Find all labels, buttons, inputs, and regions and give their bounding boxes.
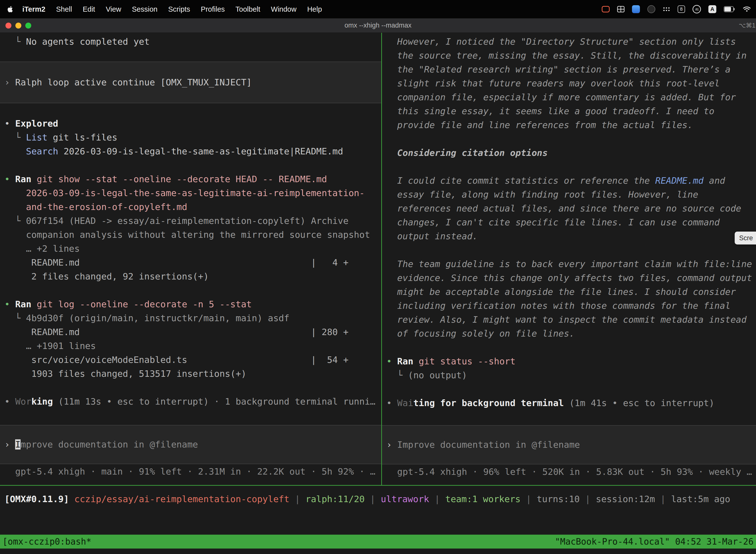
menu-item-help[interactable]: Help <box>307 5 322 13</box>
left-status-line: gpt-5.4 xhigh · main · 91% left · 2.31M … <box>0 465 381 479</box>
terminal-line: companion file, especially if more comme… <box>382 90 756 104</box>
blue-app-icon[interactable] <box>632 5 640 13</box>
keypad-8-icon[interactable]: 8 <box>678 5 685 13</box>
omx-status-line: [OMX#0.11.9] cczip/essay/ai-reimplementa… <box>0 492 756 506</box>
terminal-line <box>382 340 756 354</box>
menu-item-toolbelt[interactable]: Toolbelt <box>235 5 260 13</box>
right-prompt-input[interactable]: › Improve documentation in @filename <box>382 425 756 464</box>
window-shortcut-hint: ⌥⌘1 <box>739 22 756 29</box>
left-pane[interactable]: └ No agents completed yet › Ralph loop a… <box>0 33 381 485</box>
terminal-line: the source tree, missing the essay. Stil… <box>382 49 756 63</box>
zoom-button[interactable] <box>25 22 31 29</box>
inject-message-text: › Ralph loop active continue [OMX_TMUX_I… <box>0 75 252 89</box>
terminal-line: └ List git ls-files <box>0 130 381 145</box>
terminal-line: └ No agents completed yet <box>0 35 381 49</box>
omx-status-pane: [OMX#0.11.9] cczip/essay/ai-reimplementa… <box>0 486 756 535</box>
terminal-line: • Working (11m 13s • esc to interrupt) ·… <box>0 395 381 408</box>
terminal-line: └ 067f154 (HEAD -> essay/ai-reimplementa… <box>0 214 381 228</box>
terminal-line: Search 2026-03-09-is-legal-the-same-as-l… <box>0 145 381 158</box>
terminal-line: • Explored <box>0 117 381 130</box>
menu-item-shell[interactable]: Shell <box>56 5 72 13</box>
terminal-line: including verification notes with those … <box>382 299 756 313</box>
terminal-line: … +2 lines <box>0 242 381 256</box>
terminal-line: essay file, along with finding root file… <box>382 188 756 202</box>
right-terminal-output: However, I noticed the "Directory Struct… <box>382 35 756 410</box>
terminal-line: README.md | 4 + <box>0 256 381 270</box>
input-source-icon[interactable]: A <box>708 5 716 13</box>
grid-icon[interactable] <box>617 6 625 12</box>
terminal-line: I could cite commit statistics or refere… <box>382 174 756 188</box>
terminal-line: this single essay, it seems like a good … <box>382 104 756 118</box>
terminal-line: 1903 files changed, 513517 insertions(+) <box>0 367 381 381</box>
terminal-line: The team guideline is to back every impo… <box>382 257 756 271</box>
menu-item-edit[interactable]: Edit <box>82 5 95 13</box>
left-pane-scrollback: └ No agents completed yet <box>0 35 381 49</box>
window-title-bar: omx --xhigh --madmax ⌥⌘1 <box>0 18 756 33</box>
terminal-line: › Ralph loop active continue [OMX_TMUX_I… <box>0 75 252 89</box>
tmux-session-window[interactable]: [omx-cczip0:bash* <box>2 537 91 547</box>
menu-item-profiles[interactable]: Profiles <box>201 5 225 13</box>
wifi-icon[interactable] <box>743 6 751 12</box>
terminal-line <box>382 132 756 146</box>
terminal-line <box>0 381 381 395</box>
terminal-line: … +1901 lines <box>0 339 381 353</box>
menu-status-icons: 8 .61 A <box>602 5 751 13</box>
terminal-line: slight risk that future readers may over… <box>382 76 756 90</box>
terminal-line: of focusing solely on file lines. <box>382 327 756 340</box>
terminal-line: the "Related research writing" section i… <box>382 63 756 76</box>
traffic-lights <box>0 22 31 29</box>
terminal-line <box>382 382 756 396</box>
inject-message-box[interactable]: › Ralph loop active continue [OMX_TMUX_I… <box>0 62 381 103</box>
terminal-line <box>382 243 756 257</box>
right-status-line: gpt-5.4 xhigh · 96% left · 520K in · 5.8… <box>382 465 756 479</box>
screen-share-button[interactable]: Scre <box>735 232 756 244</box>
apple-logo-icon[interactable] <box>6 5 14 14</box>
terminal-line: [OMX#0.11.9] cczip/essay/ai-reimplementa… <box>0 492 756 506</box>
terminal-line: README.md | 280 + <box>0 325 381 339</box>
terminal-line: might be acceptable alongside the file l… <box>382 285 756 299</box>
terminal-line: • Ran git status --short <box>382 354 756 368</box>
terminal: └ No agents completed yet › Ralph loop a… <box>0 33 756 554</box>
minimize-button[interactable] <box>15 22 21 29</box>
terminal-line: 2026-03-09-is-legal-the-same-as-legitima… <box>0 186 381 200</box>
close-button[interactable] <box>5 22 11 29</box>
battery-nub <box>734 8 735 10</box>
battery-icon[interactable] <box>724 6 735 12</box>
terminal-line: provide file and line references from th… <box>382 118 756 132</box>
menu-item-window[interactable]: Window <box>271 5 296 13</box>
terminal-line: • Ran git log --oneline --decorate -n 5 … <box>0 297 381 311</box>
tmux-status-bar: [omx-cczip0:bash* "MacBook-Pro-44.local"… <box>0 535 756 549</box>
menu-item-scripts[interactable]: Scripts <box>168 5 190 13</box>
terminal-line: › Improve documentation in @filename <box>382 438 580 452</box>
terminal-line: └ 4b9d30f (origin/main, instructkr/main,… <box>0 311 381 325</box>
terminal-line <box>0 283 381 297</box>
terminal-line: › Improve documentation in @filename <box>0 438 198 451</box>
battery-fill <box>724 7 731 11</box>
terminal-line: output instead. <box>382 229 756 243</box>
terminal-line: changes, I can't cite specific file line… <box>382 215 756 229</box>
menu-item-view[interactable]: View <box>106 5 121 13</box>
terminal-line: review. Also, I might want to inspect th… <box>382 313 756 327</box>
terminal-line: and-the-erosion-of-copyleft.md <box>0 200 381 214</box>
terminal-line: • Ran git show --stat --oneline --decora… <box>0 172 381 186</box>
left-prompt-input[interactable]: › Improve documentation in @filename <box>0 425 381 464</box>
terminal-line: • Waiting for background terminal (1m 41… <box>382 396 756 410</box>
terminal-line: references need actual files, and since … <box>382 202 756 215</box>
right-prompt-text: › Improve documentation in @filename <box>382 438 580 452</box>
terminal-line: src/voice/voiceModeEnabled.ts | 54 + <box>0 353 381 367</box>
tmux-host-clock: "MacBook-Pro-44.local" 04:52 31-Mar-26 <box>555 537 754 547</box>
dots-grid-icon[interactable] <box>663 6 670 12</box>
screen-recording-indicator-icon[interactable] <box>602 6 610 12</box>
menu-item-session[interactable]: Session <box>132 5 158 13</box>
gauge-icon[interactable]: .61 <box>693 5 701 13</box>
screen: iTerm2ShellEditViewSessionScriptsProfile… <box>0 0 756 554</box>
right-pane[interactable]: However, I noticed the "Directory Struct… <box>382 33 756 485</box>
terminal-line <box>382 160 756 174</box>
menu-item-iterm2[interactable]: iTerm2 <box>22 5 45 13</box>
window-title: omx --xhigh --madmax <box>0 21 756 29</box>
terminal-line: 2 files changed, 92 insertions(+) <box>0 270 381 283</box>
terminal-line: └ (no output) <box>382 368 756 382</box>
terminal-line: companion analysis without altering the … <box>0 228 381 242</box>
dark-app-icon[interactable] <box>647 5 655 13</box>
left-terminal-output: • Explored └ List git ls-files Search 20… <box>0 117 381 408</box>
